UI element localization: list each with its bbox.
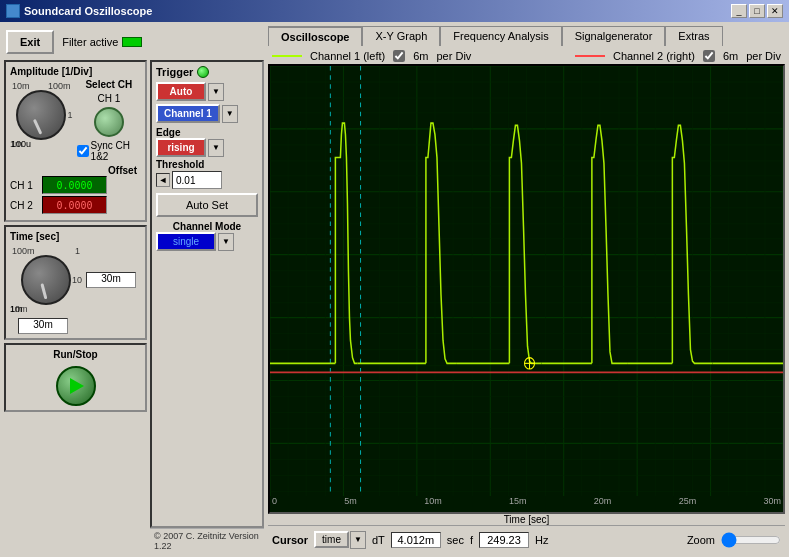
trigger-auto-button[interactable]: Auto [156,82,206,101]
window-title: Soundcard Oszilloscope [6,4,152,18]
ch2-channel-label: Channel 2 (right) [613,50,695,62]
time-knob-wrap: 100m 1 10m 10 1m [10,244,82,316]
tab-bar: Oscilloscope X-Y Graph Frequency Analysi… [268,26,785,46]
tab-signalgenerator[interactable]: Signalgenerator [562,26,666,46]
cursor-type-arrow[interactable]: ▼ [350,531,366,549]
trigger-channel-arrow[interactable]: ▼ [222,105,238,123]
sync-checkbox-row: Sync CH 1&2 [77,140,141,162]
x-tick-30m: 30m [763,496,781,512]
ch2-offset-row: CH 2 0.0000 [10,196,141,214]
x-axis-labels: 0 5m 10m 15m 20m 25m 30m [270,496,783,512]
scope-svg [270,66,783,512]
time-input-display[interactable]: 30m [18,318,68,334]
tab-xy-graph[interactable]: X-Y Graph [362,26,440,46]
channel-mode-label: Channel Mode [156,221,258,232]
trigger-channel-row: Channel 1 ▼ [156,104,258,123]
time-knob-label-tl: 100m [12,246,35,256]
copyright-bar: © 2007 C. Zeitnitz Version 1.22 [150,528,264,553]
ch1-checkbox[interactable] [393,50,405,62]
sync-label: Sync CH 1&2 [91,140,141,162]
hz-label: Hz [535,534,548,546]
filter-led [122,37,142,47]
ch1-channel-label: Channel 1 (left) [310,50,385,62]
ch2-checkbox[interactable] [703,50,715,62]
ch2-offset-display[interactable]: 0.0000 [42,196,107,214]
threshold-input-row: ◄ [156,171,258,189]
ch2-per-div-label: per Div [746,50,781,62]
x-tick-25m: 25m [679,496,697,512]
offset-label: Offset [10,165,141,176]
channel-mode-button[interactable]: single [156,232,216,251]
threshold-spinner-down[interactable]: ◄ [156,173,170,187]
autoset-button[interactable]: Auto Set [156,193,258,217]
zoom-label: Zoom [687,534,715,546]
cursor-type-dropdown: time ▼ [314,531,366,549]
offset-section: Offset CH 1 0.0000 CH 2 0.0000 [10,165,141,214]
time-knob-label-tr: 1 [75,246,80,256]
threshold-input[interactable] [172,171,222,189]
zoom-slider[interactable] [721,532,781,548]
trigger-auto-row: Auto ▼ [156,82,258,101]
f-label: f [470,534,473,546]
scope-display[interactable]: 0 5m 10m 15m 20m 25m 30m [268,64,785,514]
edge-label: Edge [156,127,258,138]
tab-extras[interactable]: Extras [665,26,722,46]
select-ch-label: Select CH [85,79,132,90]
edge-button[interactable]: rising [156,138,206,157]
amplitude-knob-wrap: 10m 100m 1m 1 100u [10,79,73,151]
select-ch-area: Select CH CH 1 Sync CH 1&2 [77,79,141,162]
trigger-box: Trigger Auto ▼ Channel 1 ▼ [150,60,264,528]
trigger-auto-arrow[interactable]: ▼ [208,83,224,101]
trigger-section: Trigger Auto ▼ Channel 1 ▼ [150,60,264,553]
sync-checkbox[interactable] [77,145,89,157]
ch1-line-indicator [272,55,302,57]
tab-oscilloscope[interactable]: Oscilloscope [268,26,362,46]
time-value-display: 30m [86,272,136,288]
ch1-offset-display[interactable]: 0.0000 [42,176,107,194]
time-knob[interactable] [21,255,71,305]
amplitude-label: Amplitude [1/Div] [10,66,141,77]
x-tick-15m: 15m [509,496,527,512]
channel-row: Channel 1 (left) 6m per Div Channel 2 (r… [268,48,785,64]
right-panel: Oscilloscope X-Y Graph Frequency Analysi… [268,22,789,557]
dt-label: dT [372,534,385,546]
close-button[interactable]: ✕ [767,4,783,18]
trigger-header: Trigger [156,66,258,78]
left-panel: Exit Filter active Amplitude [1/Div] 10m… [0,22,268,557]
cursor-label: Cursor [272,534,308,546]
trigger-channel-button[interactable]: Channel 1 [156,104,220,123]
sec-label: sec [447,534,464,546]
maximize-button[interactable]: □ [749,4,765,18]
ch1-text: CH 1 [97,93,120,104]
threshold-section: Threshold [156,159,258,170]
exit-button[interactable]: Exit [6,30,54,54]
amp-knob-label-tr: 100m [48,81,71,91]
ch1-per-div-label: per Div [437,50,472,62]
tab-frequency-analysis[interactable]: Frequency Analysis [440,26,561,46]
time-section: Time [sec] 100m 1 10m 10 1m [4,225,147,340]
edge-arrow[interactable]: ▼ [208,139,224,157]
window-controls[interactable]: _ □ ✕ [731,4,783,18]
x-axis-title: Time [sec] [268,514,785,525]
amp-knob-label-tl: 10m [12,81,30,91]
amp-knob-label-r: 1 [68,110,73,120]
amp-knob-label-100u: 100u [11,139,31,149]
top-controls: Exit Filter active [4,26,264,58]
minimize-button[interactable]: _ [731,4,747,18]
f-value-display: 249.23 [479,532,529,548]
amplitude-knob[interactable] [16,90,66,140]
play-icon [70,378,84,394]
trigger-led [197,66,209,78]
ch1-offset-row: CH 1 0.0000 [10,176,141,194]
cursor-type-button[interactable]: time [314,531,349,548]
filter-active-indicator: Filter active [62,36,142,48]
channel-mode-dropdown-row: single ▼ [156,232,258,251]
x-tick-5m: 5m [344,496,357,512]
ch1-selector-knob[interactable] [94,107,124,137]
ch1-per-div-value: 6m [413,50,428,62]
x-tick-0: 0 [272,496,277,512]
channel-mode-arrow[interactable]: ▼ [218,233,234,251]
runstop-button[interactable] [56,366,96,406]
edge-dropdown-row: rising ▼ [156,138,258,157]
amplitude-section: Amplitude [1/Div] 10m 100m 1m 1 100u [4,60,147,222]
